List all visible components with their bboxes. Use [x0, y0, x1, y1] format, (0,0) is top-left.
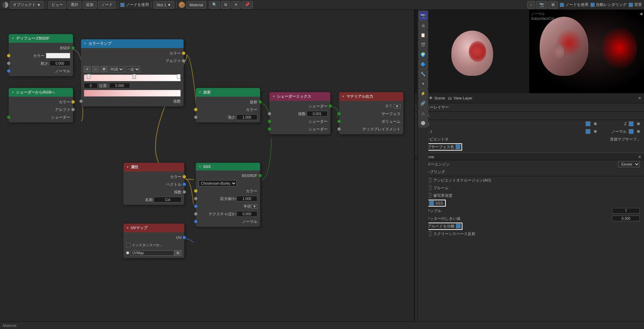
object-properties-icon[interactable]: 🔷 [419, 60, 428, 69]
use-node-right-toggle[interactable]: ノードを使用 [560, 2, 588, 7]
sss-texblur-value[interactable] [236, 211, 257, 217]
shader-rgb-color-socket[interactable] [71, 100, 75, 104]
use-node-checkbox[interactable] [120, 3, 124, 7]
shader-mix-factor-input[interactable] [268, 112, 271, 115]
sampling-header[interactable]: ▶ サンプリング [415, 168, 644, 176]
sss-radius-dropdown[interactable]: ▼ [251, 204, 257, 209]
use-node-right-checkbox[interactable] [560, 3, 564, 7]
render-engine-select[interactable]: Eevee [618, 161, 640, 167]
separate-albedo-checkbox[interactable] [456, 224, 461, 228]
diffuse-color-input[interactable] [7, 54, 10, 57]
path-section-header[interactable]: ▶ パス [415, 112, 644, 120]
material-copy[interactable]: ⧉ [221, 1, 230, 9]
render-grid[interactable]: ⊞ [548, 1, 558, 9]
jitter-input[interactable] [612, 216, 640, 221]
mode-selector[interactable]: オブジェクト ▼ [10, 1, 44, 9]
ramp-index-input[interactable] [84, 83, 98, 88]
emission-color-input[interactable] [194, 108, 198, 111]
attribute-name-input[interactable] [154, 197, 182, 202]
render-properties-icon[interactable]: 📷 [419, 11, 428, 20]
attribute-color-socket[interactable] [183, 175, 186, 178]
material-out-surface-input[interactable] [337, 112, 341, 115]
node-attribute-header[interactable]: ▼ 属性 [123, 163, 184, 171]
render-camera[interactable]: 📷 [536, 1, 547, 9]
sss-normal-input[interactable] [194, 220, 198, 223]
scene-tab[interactable]: 👁 Scene [429, 96, 445, 101]
node-emission[interactable]: ▼ 放射 放射 カラー 強さ: [196, 88, 260, 122]
node-menu[interactable]: ノード [98, 1, 116, 9]
ramp-menu-btn[interactable]: ▼ [100, 66, 107, 72]
z-checkbox[interactable] [629, 121, 634, 126]
node-material-out-header[interactable]: ▼ マテリアル出力 [339, 92, 403, 101]
ramp-remove-btn[interactable]: − [92, 66, 99, 72]
emission-out-socket[interactable] [258, 100, 262, 104]
scene2-close-btn[interactable]: ✕ [638, 155, 641, 159]
slot-selector[interactable]: Slot 1 ▼ [153, 1, 174, 9]
subsurface-color-checkbox[interactable] [456, 144, 460, 149]
node-shader-rgb[interactable]: ▼ シェーダーからRGBへ カラー アルファ シェーダー [9, 88, 73, 122]
add-menu[interactable]: 追加 [83, 1, 97, 9]
node-collapse-arrow[interactable]: ▼ [11, 37, 14, 40]
select-menu[interactable]: 選択 [67, 1, 81, 9]
node-uvmap[interactable]: ▼ UVマップ UV インスタンスーか... UVMap ✕ [123, 224, 184, 258]
uvmap-remove-btn[interactable]: ✕ [174, 250, 182, 256]
color-ramp-factor-input[interactable] [79, 99, 83, 103]
node-shader-mix[interactable]: ▼ シェーダーミックス シェーダー 係数: シェーダー [269, 92, 330, 134]
shader-mix-shader1-input[interactable] [268, 120, 271, 123]
shader-rgb-alpha-socket[interactable] [71, 108, 75, 111]
view-menu[interactable]: ビュー [48, 1, 66, 9]
material-selector[interactable]: Material [186, 1, 206, 9]
ramp-gradient-bar[interactable] [84, 74, 181, 81]
sss-scene-checkbox[interactable] [429, 201, 434, 206]
preview-collapse-btn[interactable]: ◀ [639, 11, 642, 16]
node-material-output[interactable]: ▼ マテリアル出力 全て ▼ サーフェス ボリューム ディスプレ [339, 92, 403, 134]
node-emission-header[interactable]: ▼ 放射 [196, 88, 260, 97]
node-shader-mix-header[interactable]: ▼ シェーダーミックス [269, 92, 330, 101]
node-color-ramp-header[interactable]: ▼ カラーランプ [81, 39, 184, 48]
render-up[interactable]: ↑ [527, 1, 536, 9]
node-diffuse-header[interactable]: ▼ ディフューズBSDF [9, 34, 73, 43]
view-layer-tab[interactable]: 🗂 View Layer [448, 96, 472, 101]
node-collapse-arrow2[interactable]: ▼ [11, 91, 14, 94]
node-canvas[interactable]: ▼ ディフューズBSDF BSDF カラー 粗さ: [0, 10, 414, 321]
particle-icon[interactable]: ✦ [419, 79, 428, 88]
node-uvmap-header[interactable]: ▼ UVマップ [123, 224, 184, 232]
node-sss[interactable]: ▼ SSS BSSRDF Christensen-Burley カラー [196, 163, 260, 227]
panel-close-btn[interactable]: ✕ [638, 96, 641, 101]
uvmap-instance-checkbox[interactable] [126, 243, 130, 247]
material-out-type-dropdown[interactable]: ▼ [394, 104, 401, 109]
node-editor[interactable]: ▼ ディフューズBSDF BSDF カラー 粗さ: [0, 10, 414, 321]
view-layer-icon[interactable]: 📋 [419, 31, 428, 40]
normal-checkbox[interactable] [629, 129, 634, 134]
node-diffuse-bsdf[interactable]: ▼ ディフューズBSDF BSDF カラー 粗さ: [9, 34, 73, 76]
node-attribute[interactable]: ▼ 属性 カラー ベクトル 係数 名前: [123, 163, 184, 205]
emission-strength-value[interactable] [236, 114, 257, 120]
auto-render-toggle[interactable]: 自動レンダリング [590, 2, 627, 7]
material-out-displacement-input[interactable] [337, 127, 341, 131]
auto-render-checkbox[interactable] [590, 3, 595, 7]
modifier-icon[interactable]: 🔧 [419, 70, 428, 79]
material-pin[interactable]: 📌 [242, 1, 253, 9]
ramp-pos-input[interactable] [109, 83, 130, 88]
shader-mix-out-socket[interactable] [329, 104, 332, 108]
ramp-marker-right[interactable] [177, 74, 180, 79]
shader-mix-factor-value[interactable] [307, 111, 328, 117]
constraint-icon[interactable]: 🔗 [419, 99, 428, 108]
diffuse-color-picker[interactable] [46, 53, 70, 58]
sss-scale-input[interactable] [194, 197, 198, 200]
background-checkbox[interactable] [629, 3, 633, 7]
shader-mix-shader2-input[interactable] [268, 127, 271, 131]
material-browse[interactable]: 🔍 [209, 1, 220, 9]
view-layer-section-header[interactable]: ▶ ビューレイヤー [415, 103, 644, 112]
ramp-interpolation[interactable]: RGB [109, 66, 124, 72]
output-properties-icon[interactable]: 🖨 [419, 21, 428, 30]
world-properties-icon[interactable]: 🌍 [419, 50, 428, 59]
sss-method-select[interactable]: Christensen-Burley [199, 180, 237, 186]
material-out-volume-input[interactable] [337, 120, 341, 123]
use-node-toggle[interactable]: ノードを使用 [120, 2, 149, 7]
material-icon[interactable]: ⬤ [419, 118, 428, 127]
material-delete[interactable]: ✕ [231, 1, 241, 9]
ramp-mode[interactable]: 一定 [126, 66, 140, 72]
ramp-marker-mid[interactable] [132, 74, 136, 79]
data-icon[interactable]: △ [419, 109, 428, 118]
